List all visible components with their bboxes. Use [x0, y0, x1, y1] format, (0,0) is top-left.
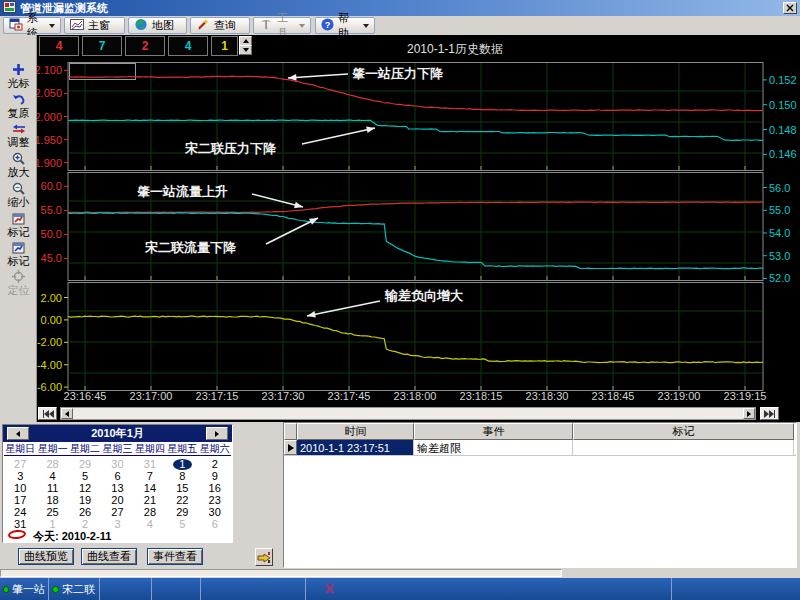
calendar-day-8[interactable]: 8: [166, 470, 198, 482]
menu-label: 主窗: [88, 18, 110, 33]
tool-label: 光标: [0, 77, 37, 89]
chevron-down-icon: [49, 24, 55, 28]
calendar-day-29[interactable]: 29: [166, 506, 198, 518]
tool-光标-0[interactable]: 光标: [0, 62, 37, 89]
menu-button-地图[interactable]: 地图: [128, 17, 187, 34]
calendar-day-12[interactable]: 12: [69, 482, 101, 494]
button-事件查看[interactable]: 事件查看: [147, 548, 203, 565]
calendar-day-27[interactable]: 27: [101, 506, 133, 518]
calendar-day-1[interactable]: 1: [166, 458, 198, 470]
arrow-up-icon: [243, 39, 249, 43]
axis-tick-label: 0.150: [769, 99, 797, 111]
calendar-day-30[interactable]: 30: [199, 506, 231, 518]
calendar-day-28[interactable]: 28: [134, 506, 166, 518]
event-time-cell[interactable]: 2010-1-1 23:17:51: [297, 440, 414, 455]
goto-event-button[interactable]: [255, 548, 273, 566]
calendar-day-20[interactable]: 20: [101, 494, 133, 506]
event-mark-cell[interactable]: [573, 440, 794, 455]
tool-label: 放大: [0, 166, 37, 178]
calendar-day-19[interactable]: 19: [69, 494, 101, 506]
calendar-day-21[interactable]: 21: [134, 494, 166, 506]
calendar-day-28[interactable]: 28: [36, 458, 68, 470]
menu-button-系统[interactable]: 系统: [3, 17, 61, 34]
channel-count-box-4[interactable]: 4: [168, 36, 208, 56]
calendar-day-3[interactable]: 3: [4, 470, 36, 482]
calendar-day-5[interactable]: 5: [69, 470, 101, 482]
dayname-星期六: 星期六: [199, 443, 231, 455]
calendar-day-6[interactable]: 6: [101, 470, 133, 482]
bottom-section: 2010年1月 星期日星期一星期二星期三星期四星期五星期六 2728293031…: [0, 422, 800, 578]
calendar-day-7[interactable]: 7: [134, 470, 166, 482]
calendar-today-row[interactable]: 今天: 2010-2-11: [7, 529, 227, 542]
axis-tick-label: 0.00: [41, 314, 62, 326]
column-header-事件[interactable]: 事件: [414, 423, 573, 440]
annotation-label: 肇一站流量上升: [136, 184, 228, 199]
event-name-cell[interactable]: 输差超限: [414, 440, 573, 455]
channel-count-box-3[interactable]: 2: [125, 36, 165, 56]
status-bar: 肇一站宋二联: [0, 578, 800, 600]
axis-tick-label: 53.0: [769, 250, 790, 262]
menu-label: 查询: [214, 18, 236, 33]
channel-count-box-5[interactable]: 1: [211, 36, 238, 56]
title-bar: 管道泄漏监测系统: [0, 0, 800, 16]
chart-difference[interactable]: 2.000.00-2.00-4.00-6.00输差负向增大: [37, 282, 800, 394]
tool-label: 标记: [0, 226, 37, 238]
menu-button-查询[interactable]: 查询: [190, 17, 250, 34]
calendar-day-29[interactable]: 29: [69, 458, 101, 470]
menu-button-主窗[interactable]: 主窗: [64, 17, 125, 34]
calendar-day-24[interactable]: 24: [4, 506, 36, 518]
skip-to-end-button[interactable]: [760, 407, 779, 420]
today-label: 今天: 2010-2-11: [33, 529, 111, 544]
tool-缩小-4[interactable]: 缩小: [0, 181, 37, 208]
chart-pressure[interactable]: 2.1002.0502.0001.9501.9000.1520.1500.148…: [37, 62, 800, 174]
calendar-day-15[interactable]: 15: [166, 482, 198, 494]
tool-放大-3[interactable]: 放大: [0, 151, 37, 178]
calendar-prev-button[interactable]: [7, 427, 29, 440]
skip-to-start-button[interactable]: [38, 407, 57, 420]
calendar-month-title: 2010年1月: [91, 427, 144, 439]
tool-复原-1[interactable]: 复原: [0, 92, 37, 119]
axis-tick-label: 50.0: [41, 228, 62, 240]
menu-button-帮助[interactable]: ?帮助: [315, 17, 375, 34]
calendar-day-2[interactable]: 2: [199, 458, 231, 470]
calendar-day-22[interactable]: 22: [166, 494, 198, 506]
calendar-day-9[interactable]: 9: [199, 470, 231, 482]
button-曲线查看[interactable]: 曲线查看: [81, 548, 137, 565]
calendar-day-11[interactable]: 11: [36, 482, 68, 494]
map-icon: [134, 18, 148, 33]
calendar-day-14[interactable]: 14: [134, 482, 166, 494]
calendar-day-23[interactable]: 23: [199, 494, 231, 506]
spinner-down-button[interactable]: [239, 45, 252, 55]
calendar-day-25[interactable]: 25: [36, 506, 68, 518]
calendar-day-4[interactable]: 4: [36, 470, 68, 482]
scroll-right-button[interactable]: [743, 408, 755, 419]
button-曲线预览[interactable]: 曲线预览: [18, 548, 74, 565]
calendar-day-26[interactable]: 26: [69, 506, 101, 518]
station-online-icon: [3, 586, 9, 593]
close-button[interactable]: [783, 2, 797, 14]
calendar-day-13[interactable]: 13: [101, 482, 133, 494]
splitter-bar[interactable]: [0, 569, 562, 577]
chart-flow[interactable]: 60.055.050.045.056.055.054.053.052.0肇一站流…: [37, 172, 800, 284]
column-header-标记[interactable]: 标记: [573, 423, 794, 440]
calendar-next-button[interactable]: [206, 427, 228, 440]
calendar-day-27[interactable]: 27: [4, 458, 36, 470]
calendar-day-30[interactable]: 30: [101, 458, 133, 470]
tool-调整-2[interactable]: 调整: [0, 121, 37, 148]
calendar-day-10[interactable]: 10: [4, 482, 36, 494]
calendar-day-31[interactable]: 31: [134, 458, 166, 470]
calendar-day-18[interactable]: 18: [36, 494, 68, 506]
dayname-星期日: 星期日: [4, 443, 36, 455]
column-header-时间[interactable]: 时间: [297, 423, 414, 440]
scroll-left-button[interactable]: [61, 408, 73, 419]
cursor-icon: [0, 62, 37, 77]
calendar-day-17[interactable]: 17: [4, 494, 36, 506]
tool-标记-5[interactable]: 标记: [0, 211, 37, 238]
time-scrollbar[interactable]: [60, 407, 756, 420]
channel-count-box-2[interactable]: 7: [82, 36, 122, 56]
event-table-row[interactable]: 2010-1-1 23:17:51输差超限: [284, 440, 796, 456]
tool-标记-6[interactable]: 标记: [0, 240, 37, 267]
channel-count-box-1[interactable]: 4: [39, 36, 79, 56]
calendar-day-16[interactable]: 16: [199, 482, 231, 494]
axis-tick-label: 55.0: [769, 204, 790, 216]
